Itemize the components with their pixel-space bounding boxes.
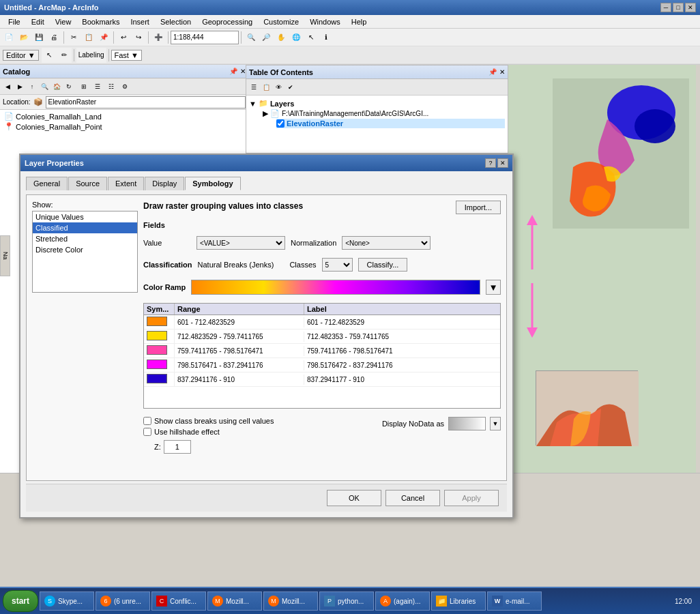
cat-up-btn[interactable]: ↑ bbox=[26, 81, 38, 93]
classify-button[interactable]: Classify... bbox=[358, 258, 408, 272]
toc-sel-btn[interactable]: ✔ bbox=[285, 81, 297, 93]
cat-view-btn-4[interactable]: ⚙ bbox=[119, 81, 131, 93]
add-data-btn[interactable]: ➕ bbox=[151, 30, 166, 45]
z-input[interactable] bbox=[164, 440, 191, 454]
catalog-pin-btn[interactable]: 📌 bbox=[229, 68, 237, 75]
cat-refresh-btn[interactable]: ↻ bbox=[63, 81, 75, 93]
toc-vis-btn[interactable]: 👁 bbox=[272, 81, 285, 93]
menu-file[interactable]: File bbox=[3, 16, 26, 27]
tab-symbology[interactable]: Symbology bbox=[185, 177, 240, 190]
show-stretched[interactable]: Stretched bbox=[33, 233, 137, 244]
tree-item-1[interactable]: 📄 Colonies_Ramallah_Land bbox=[1, 111, 247, 121]
paste-btn[interactable]: 📌 bbox=[96, 30, 111, 45]
start-button[interactable]: start bbox=[3, 590, 38, 612]
value-select[interactable]: <VALUE> bbox=[196, 236, 285, 250]
cat-back-btn[interactable]: ◀ bbox=[1, 81, 14, 93]
libraries-icon: 📁 bbox=[436, 596, 447, 606]
ok-button[interactable]: OK bbox=[327, 490, 381, 506]
catalog-close-btn[interactable]: ✕ bbox=[240, 68, 246, 75]
menu-insert[interactable]: Insert bbox=[125, 16, 155, 27]
open-btn[interactable]: 📂 bbox=[16, 30, 31, 45]
toc-elevation-raster[interactable]: ElevationRaster bbox=[276, 119, 505, 128]
maximize-button[interactable]: □ bbox=[673, 3, 684, 12]
redo-btn[interactable]: ↪ bbox=[131, 30, 146, 45]
cat-view-btn-2[interactable]: ☰ bbox=[91, 81, 104, 93]
cat-forward-btn[interactable]: ▶ bbox=[14, 81, 26, 93]
cut-btn[interactable]: ✂ bbox=[66, 30, 81, 45]
new-btn[interactable]: 📄 bbox=[1, 30, 16, 45]
zoom-out-btn[interactable]: 🔎 bbox=[259, 30, 274, 45]
taskbar-item-word[interactable]: W e-mail... bbox=[487, 591, 542, 611]
taskbar-item-conflict[interactable]: C Conflic... bbox=[151, 591, 206, 611]
toc-layers-group[interactable]: ▼ 📁 Layers bbox=[249, 98, 505, 108]
cat-search-btn[interactable]: 🔍 bbox=[38, 81, 50, 93]
menu-geoprocessing[interactable]: Geoprocessing bbox=[196, 16, 258, 27]
apply-button[interactable]: Apply bbox=[444, 490, 499, 506]
class-row-4[interactable]: 798.5176471 - 837.2941176 798.5176472 - … bbox=[144, 358, 500, 372]
menu-help[interactable]: Help bbox=[346, 16, 373, 27]
tab-display[interactable]: Display bbox=[145, 177, 184, 190]
taskbar-item-again[interactable]: A (again)... bbox=[375, 591, 430, 611]
toc-source-btn[interactable]: 📋 bbox=[260, 81, 272, 93]
menu-selection[interactable]: Selection bbox=[155, 16, 196, 27]
class-row-5[interactable]: 837.2941176 - 910 837.2941177 - 910 bbox=[144, 372, 500, 387]
scale-input[interactable] bbox=[171, 31, 239, 44]
show-classified[interactable]: Classified bbox=[33, 222, 137, 233]
menu-customize[interactable]: Customize bbox=[258, 16, 304, 27]
editor-btn-1[interactable]: ↖ bbox=[42, 48, 57, 63]
taskbar-item-firefox2[interactable]: M Mozill... bbox=[263, 591, 318, 611]
identify-btn[interactable]: ℹ bbox=[319, 30, 334, 45]
menu-windows[interactable]: Windows bbox=[304, 16, 346, 27]
minimize-button[interactable]: ─ bbox=[660, 3, 671, 12]
labeling-btn[interactable]: Labeling bbox=[76, 48, 106, 63]
toc-list-btn[interactable]: ☰ bbox=[248, 81, 260, 93]
menu-bookmarks[interactable]: Bookmarks bbox=[76, 16, 125, 27]
import-button[interactable]: Import... bbox=[456, 201, 501, 214]
toc-pin-btn[interactable]: 📌 bbox=[488, 68, 497, 76]
toc-layer-checkbox[interactable] bbox=[276, 119, 285, 128]
norm-select[interactable]: <None> bbox=[342, 236, 431, 250]
show-unique-values[interactable]: Unique Values bbox=[33, 211, 137, 222]
menu-view[interactable]: View bbox=[50, 16, 77, 27]
class-row-1[interactable]: 601 - 712.4823529 601 - 712.4823529 bbox=[144, 315, 500, 330]
tab-extent[interactable]: Extent bbox=[108, 177, 144, 190]
pan-btn[interactable]: ✋ bbox=[274, 30, 289, 45]
cancel-button[interactable]: Cancel bbox=[385, 490, 440, 506]
sidebar-collapse-tab[interactable]: Na bbox=[0, 235, 10, 276]
taskbar-item-libraries[interactable]: 📁 Libraries bbox=[431, 591, 486, 611]
full-extent-btn[interactable]: 🌐 bbox=[289, 30, 304, 45]
location-input[interactable] bbox=[46, 96, 246, 108]
menu-edit[interactable]: Edit bbox=[26, 16, 50, 27]
classes-select[interactable]: 5 bbox=[322, 258, 353, 272]
show-discrete-color[interactable]: Discrete Color bbox=[33, 244, 137, 255]
toc-close-btn[interactable]: ✕ bbox=[499, 68, 505, 76]
cat-view-btn-1[interactable]: ⊞ bbox=[78, 81, 90, 93]
cat-view-btn-3[interactable]: ☷ bbox=[105, 81, 117, 93]
cat-home-btn[interactable]: 🏠 bbox=[50, 81, 63, 93]
taskbar-item-unreads[interactable]: 6 (6 unre... bbox=[96, 591, 150, 611]
class-row-2[interactable]: 712.4823529 - 759.7411765 712.482353 - 7… bbox=[144, 330, 500, 344]
dialog-help-btn[interactable]: ? bbox=[485, 158, 496, 168]
show-class-breaks-checkbox[interactable] bbox=[143, 417, 151, 425]
nodata-dropdown-btn[interactable]: ▼ bbox=[490, 417, 501, 430]
undo-btn[interactable]: ↩ bbox=[116, 30, 131, 45]
tab-source[interactable]: Source bbox=[68, 177, 107, 190]
taskbar-item-skype[interactable]: S Skype... bbox=[40, 591, 94, 611]
close-button[interactable]: ✕ bbox=[685, 3, 696, 12]
select-btn[interactable]: ↖ bbox=[304, 30, 319, 45]
save-btn[interactable]: 💾 bbox=[31, 30, 46, 45]
tree-item-2[interactable]: 📍 Colonies_Ramallah_Point bbox=[1, 121, 247, 132]
zoom-in-btn[interactable]: 🔍 bbox=[244, 30, 259, 45]
toc-path-item[interactable]: ▶ 📄 F:\All\TrainingManagement\Data\ArcGI… bbox=[263, 108, 505, 119]
conflict-label: Conflic... bbox=[170, 598, 196, 605]
hillshade-checkbox[interactable] bbox=[143, 428, 151, 436]
tab-general[interactable]: General bbox=[26, 177, 68, 190]
print-btn[interactable]: 🖨 bbox=[46, 30, 61, 45]
taskbar-item-firefox1[interactable]: M Mozill... bbox=[207, 591, 262, 611]
color-ramp-dropdown-btn[interactable]: ▼ bbox=[486, 280, 501, 295]
editor-btn-2[interactable]: ✏ bbox=[57, 48, 72, 63]
copy-btn[interactable]: 📋 bbox=[81, 30, 96, 45]
class-row-3[interactable]: 759.7411765 - 798.5176471 759.7411766 - … bbox=[144, 344, 500, 358]
dialog-close-btn[interactable]: ✕ bbox=[497, 158, 508, 168]
taskbar-item-python[interactable]: P python... bbox=[319, 591, 374, 611]
